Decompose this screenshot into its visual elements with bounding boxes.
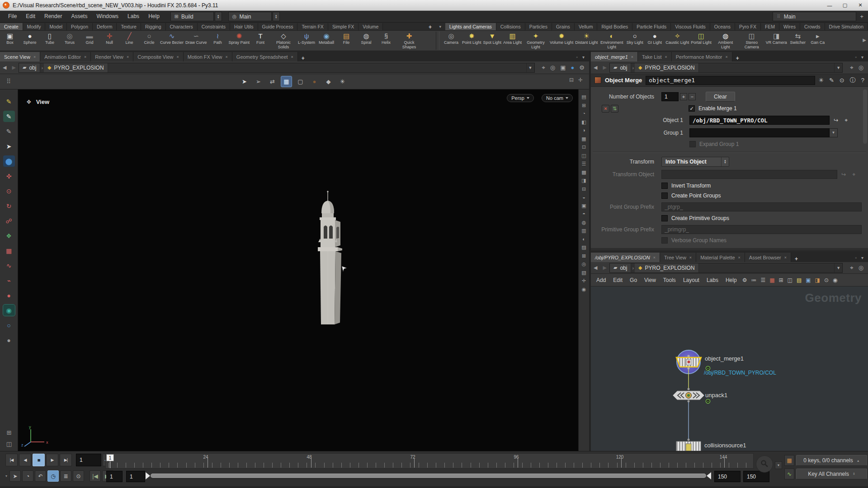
pane-menu-icon[interactable]: ▾ [861,255,863,260]
maximize-button[interactable]: ▢ [837,0,853,10]
network-node-object-merge1[interactable] [674,356,705,367]
layout-icon[interactable]: ◫ [6,441,12,447]
nav-forward-icon[interactable]: ▶ [600,65,609,70]
display-option-icon[interactable]: ◑ [582,127,585,133]
snap-options-icon[interactable]: ⊟ [569,77,574,83]
shelf-tool[interactable]: ● GI Light [645,31,665,50]
display-option-icon[interactable]: ▦ [581,136,586,141]
primitive-group-prefix-field[interactable] [661,225,862,234]
desktop-selector[interactable]: ⠿ Main [773,12,856,21]
breadcrumb-root[interactable]: ▰ obj [19,63,40,72]
transform-object-field[interactable] [661,170,837,179]
viewport-side-tool-icon[interactable]: ⬤ [3,155,15,167]
viewport-side-tool-icon[interactable]: ✎ [3,126,15,137]
shelf-tool[interactable]: ▯ Tube [40,31,60,50]
display-option-icon[interactable]: ◍ [582,220,586,225]
pane-tab[interactable]: Take List × [638,52,672,61]
viewport-tool-icon[interactable]: ▢ [295,76,306,87]
pane-tab[interactable]: /obj/PYRO_EXPLOSION × [591,253,660,262]
follow-playbar-icon[interactable]: ➤ [9,470,21,482]
display-option-icon[interactable]: ▣ [581,203,586,208]
shelf-tab[interactable]: Grains [552,23,575,30]
range-end-field[interactable] [714,471,741,482]
shelf-tab[interactable]: Terrain FX [297,23,328,30]
network-toolbar-icon[interactable]: ▤ [797,277,802,283]
main-radial-combo[interactable]: ◎ Main [228,12,272,21]
viewport-side-tool-icon[interactable]: ↻ [3,200,15,211]
viewport-tool-icon[interactable]: ➢ [253,76,264,87]
shelf-tab[interactable]: Create [0,23,23,30]
group1-field[interactable] [689,128,830,137]
nav-back-icon[interactable]: ◀ [591,265,600,271]
open-node-chooser-icon[interactable]: ↪ [832,116,840,124]
path-bar-icon[interactable]: ⌖ [542,64,545,71]
follow-icon[interactable]: ◎ [859,64,863,71]
scene-viewport[interactable]: ⠿ ➤➢⇄▦▢●◆✳ ⊟ ✛ ✎✎✎➤⬤✜⊙↻☍❖▦∿⌁●◉○● ⊞ ◫ ▤⊞◔… [0,74,589,451]
shelf-tab[interactable]: Hair Utils [230,23,258,30]
viewport-tool-icon[interactable]: ➤ [239,76,250,87]
network-toolbar-icon[interactable]: ⚙ [742,277,747,283]
pane-tab[interactable]: Performance Monitor × [672,52,732,61]
viewport-tool-icon[interactable]: ● [309,76,320,87]
breadcrumb-node[interactable]: ◆ PYRO_EXPLOSION [44,63,108,72]
shelf-tab[interactable]: Oceans [710,23,735,30]
stop-button[interactable]: ■ [33,454,45,466]
toolbar-grip-icon[interactable]: ⠿ [6,78,11,85]
close-tab-icon[interactable]: × [176,55,179,59]
path-bar-icon[interactable]: ▣ [560,64,566,71]
viewport-side-tool-icon[interactable]: ✎ [3,111,15,122]
shelf-tab[interactable]: Polygon [67,23,93,30]
timeline-ruler[interactable]: 24487296120144 1 [105,453,754,469]
shelf-tool[interactable]: ▼ Spot Light [482,31,503,50]
shelf-tab[interactable]: Characters [166,23,198,30]
viewport-side-tool-icon[interactable]: ⊙ [3,185,15,197]
range-slider-left-handle[interactable] [146,472,150,479]
parameter-header-icon[interactable]: ⊙ [840,77,844,84]
shelf-tool[interactable]: ⇆ Switcher [788,31,808,50]
pin-icon[interactable]: ⌖ [850,64,853,71]
shelf-tab[interactable]: Pyro FX [735,23,761,30]
menu-item[interactable]: Help [144,11,164,22]
shelf-tool[interactable]: ✦ Geometry Light [523,31,549,50]
display-option-icon[interactable]: ◎ [582,261,586,267]
shelf-overflow-icon[interactable]: ▶ [863,31,868,42]
shelf-tab[interactable]: Collisions [496,23,525,30]
shelf-tool[interactable]: ▬ Grid [80,31,99,50]
shelf-tool[interactable]: ✹ Volume Light [549,31,574,50]
shelf-tab[interactable]: Lights and Cameras [445,23,496,30]
network-menu-item[interactable]: Tools [660,277,679,283]
network-toolbar-icon[interactable]: ≔ [751,277,756,283]
keys-summary-button[interactable]: 0 keys, 0/0 channels ▲ [796,455,867,466]
viewport-side-tool-icon[interactable]: ☍ [3,215,15,226]
menu-item[interactable]: Assets [66,11,92,22]
pane-tab[interactable]: Scene View × [0,52,40,61]
add-pane-tab-button[interactable]: + [298,55,308,61]
network-toolbar-icon[interactable]: ◨ [815,277,820,283]
enable-merge-checkbox[interactable]: ✓ [689,105,695,112]
viewport-side-tool-icon[interactable]: ◉ [3,305,15,316]
shelf-tool[interactable]: § Helix [376,31,396,50]
viewport-side-tool-icon[interactable]: ✜ [3,170,15,182]
shelf-tool[interactable]: ✧ Caustic Light [665,31,690,50]
display-option-icon[interactable]: ▥ [581,228,586,233]
shelf-tab[interactable]: Volume [359,23,383,30]
shelf-tab[interactable]: Guide Process [258,23,298,30]
viewport-side-tool-icon[interactable]: ● [3,334,15,346]
build-combo-spinner[interactable]: ▲▼ [215,12,222,21]
shelf-tool[interactable]: ψ L-System [297,31,316,50]
breadcrumb-root[interactable]: ▰ obj [610,63,631,72]
parameter-header-icon[interactable]: ✳ [819,77,824,84]
nav-forward-icon[interactable]: ▶ [600,265,609,271]
nav-back-icon[interactable]: ◀ [591,65,600,70]
shelf-tab[interactable]: Drive Simulation [825,23,868,30]
channel-wave-icon[interactable]: ∿ [784,469,794,479]
viewport-side-tool-icon[interactable]: ∿ [3,260,15,271]
shelf-tool[interactable]: ◍ Spiral [356,31,376,50]
menu-item[interactable]: Windows [92,11,123,22]
viewport-side-tool-icon[interactable]: ❖ [3,230,15,241]
shelf-tab[interactable]: Crowds [800,23,825,30]
display-option-icon[interactable]: ⊡ [582,144,586,150]
display-option-icon[interactable]: ◧ [581,119,586,125]
key-options-dropdown-icon[interactable]: ▼ [775,461,782,469]
jump-to-start-button[interactable]: |◀ [5,454,18,466]
